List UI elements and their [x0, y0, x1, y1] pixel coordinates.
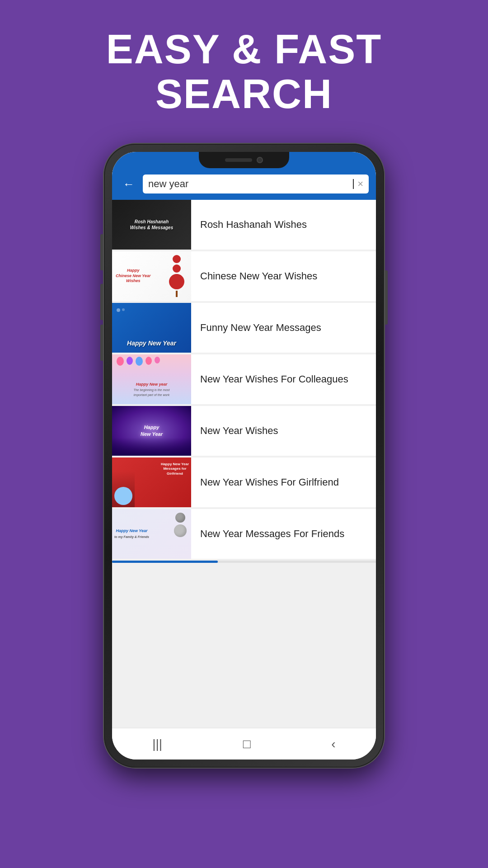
- thumbnail-funny-new-year: Happy New Year: [112, 303, 191, 353]
- bottom-nav: ||| □ ‹: [112, 728, 376, 760]
- thumbnail-chinese-new-year: HappyChinese New YearWishes: [112, 251, 191, 301]
- phone-notch: [199, 152, 289, 168]
- thumbnail-girlfriend: Happy New YearMessages forGirlfriend: [112, 458, 191, 507]
- thumbnail-new-year-wishes: HappyNew Year: [112, 406, 191, 456]
- phone-screen: ← new year × Rosh HashanahWishes & Messa…: [112, 152, 376, 760]
- thumbnail-rosh-hashanah: Rosh HashanahWishes & Messages: [112, 200, 191, 250]
- results-list: Rosh HashanahWishes & Messages Rosh Hash…: [112, 200, 376, 728]
- result-item-girlfriend[interactable]: Happy New YearMessages forGirlfriend New…: [112, 458, 376, 507]
- nav-home-button[interactable]: □: [243, 737, 251, 751]
- thumbnail-colleagues: Happy New yearThe beginning is the mosti…: [112, 354, 191, 404]
- result-item-friends[interactable]: Happy New Yearto my Family & Friends New…: [112, 509, 376, 559]
- phone-mockup: ← new year × Rosh HashanahWishes & Messa…: [104, 144, 384, 768]
- result-label-new-year-wishes: New Year Wishes: [191, 425, 287, 438]
- page-title: EASY & FAST SEARCH: [106, 27, 382, 117]
- search-query-text: new year: [148, 178, 349, 190]
- result-item-funny-new-year[interactable]: Happy New Year Funny New Year Messages: [112, 303, 376, 353]
- result-item-chinese-new-year[interactable]: HappyChinese New YearWishes Chinese New …: [112, 251, 376, 301]
- thumb-text: HappyNew Year: [141, 424, 163, 438]
- thumb-text: Happy New Yearto my Family & Friends: [114, 528, 149, 539]
- thumb-text: HappyChinese New YearWishes: [116, 268, 151, 284]
- result-label-colleagues: New Year Wishes For Colleagues: [191, 373, 357, 386]
- result-label-friends: New Year Messages For Friends: [191, 528, 353, 541]
- back-button[interactable]: ←: [119, 175, 138, 193]
- result-item-new-year-wishes[interactable]: HappyNew Year New Year Wishes: [112, 406, 376, 456]
- thumbnail-friends: Happy New Yearto my Family & Friends: [112, 509, 191, 559]
- notch-speaker: [225, 158, 252, 162]
- result-label-rosh-hashanah: Rosh Hashanah Wishes: [191, 218, 316, 231]
- nav-menu-button[interactable]: |||: [152, 737, 162, 751]
- thumb-text: Happy New YearMessages forGirlfriend: [161, 462, 189, 476]
- notch-camera: [257, 157, 263, 163]
- search-input-box[interactable]: new year ×: [143, 175, 369, 193]
- result-label-chinese-new-year: Chinese New Year Wishes: [191, 270, 326, 283]
- result-item-rosh-hashanah[interactable]: Rosh HashanahWishes & Messages Rosh Hash…: [112, 200, 376, 250]
- thumb-text: Rosh HashanahWishes & Messages: [130, 219, 174, 231]
- app-content: ← new year × Rosh HashanahWishes & Messa…: [112, 152, 376, 760]
- result-label-girlfriend: New Year Wishes For Girlfriend: [191, 476, 348, 489]
- scroll-indicator: [112, 561, 376, 563]
- result-label-funny-new-year: Funny New Year Messages: [191, 321, 330, 335]
- scroll-bar: [112, 561, 218, 563]
- nav-back-button[interactable]: ‹: [331, 737, 335, 751]
- result-item-colleagues[interactable]: Happy New yearThe beginning is the mosti…: [112, 354, 376, 404]
- clear-search-button[interactable]: ×: [357, 178, 363, 190]
- thumb-text: Happy New Year: [112, 340, 191, 347]
- search-cursor: [353, 179, 354, 189]
